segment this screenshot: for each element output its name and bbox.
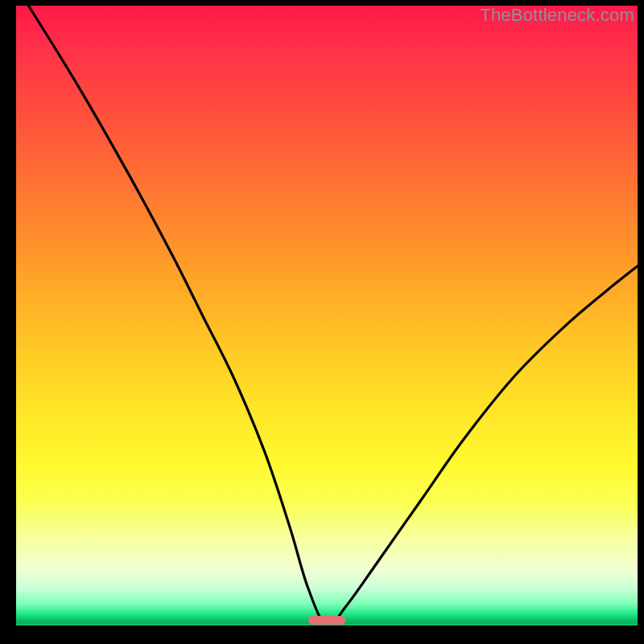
- curve-svg: [16, 6, 638, 625]
- minimum-marker: [308, 616, 345, 625]
- plot-area: [16, 6, 638, 625]
- watermark-text: TheBottleneck.com: [480, 5, 634, 26]
- bottleneck-chart: TheBottleneck.com: [0, 0, 644, 644]
